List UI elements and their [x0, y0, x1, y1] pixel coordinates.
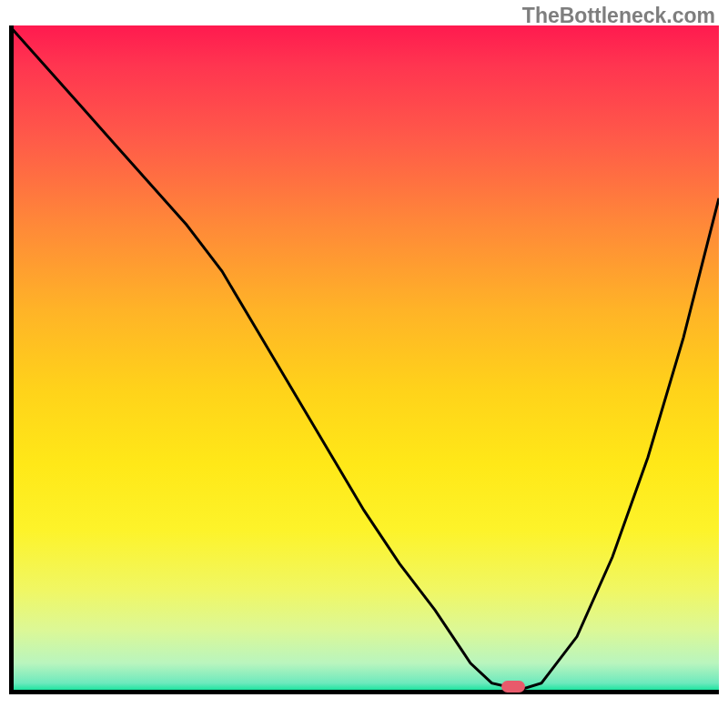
curve-svg	[9, 25, 719, 719]
plot-area	[9, 25, 719, 719]
watermark-text: TheBottleneck.com	[522, 4, 715, 28]
bottleneck-marker	[501, 681, 525, 693]
curve-line	[9, 25, 719, 690]
chart-container: TheBottleneck.com	[0, 0, 728, 728]
